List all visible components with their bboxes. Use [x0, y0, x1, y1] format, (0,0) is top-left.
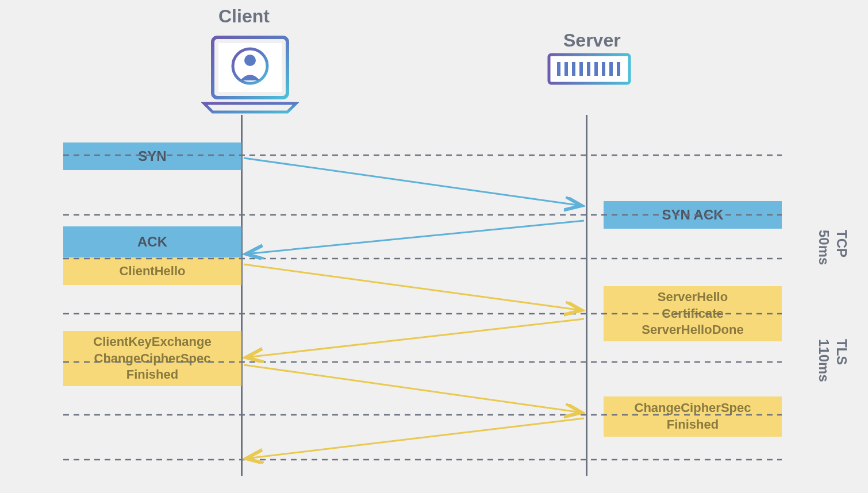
svg-rect-9: [579, 62, 583, 76]
svg-rect-11: [594, 62, 598, 76]
svg-line-26: [244, 365, 582, 413]
server-label: Server: [563, 30, 621, 51]
svg-line-24: [244, 264, 582, 310]
svg-rect-8: [572, 62, 575, 76]
msg-client-key-exchange: ClientKeyExchange ChangeCipherSpec Finis…: [63, 331, 241, 386]
timing-tls: TLS 110ms: [815, 339, 851, 382]
laptop-user-icon: [201, 34, 299, 117]
tls-handshake-diagram: Client Server: [0, 0, 868, 493]
svg-rect-14: [617, 62, 620, 76]
svg-rect-10: [587, 62, 590, 76]
timing-tcp: TCP 50ms: [815, 230, 851, 265]
msg-server-hello: ServerHello Certificate ServerHelloDone: [604, 286, 782, 341]
svg-line-22: [244, 158, 582, 206]
svg-rect-6: [557, 62, 560, 76]
msg-syn: SYN: [63, 142, 241, 170]
msg-change-cipher: ChangeCipherSpec Finished: [604, 396, 782, 437]
svg-rect-7: [564, 62, 568, 76]
msg-syn-ack: SYN ACK: [604, 201, 782, 229]
msg-client-hello: ClientHello: [63, 257, 241, 285]
svg-point-3: [244, 55, 256, 66]
msg-ack: ACK: [63, 226, 241, 257]
svg-rect-13: [609, 62, 613, 76]
svg-rect-12: [602, 62, 605, 76]
server-lifeline: [586, 115, 587, 476]
svg-line-27: [246, 418, 584, 459]
server-icon: [546, 52, 632, 100]
client-label: Client: [218, 6, 270, 27]
svg-line-25: [246, 319, 584, 357]
svg-line-23: [246, 221, 584, 254]
